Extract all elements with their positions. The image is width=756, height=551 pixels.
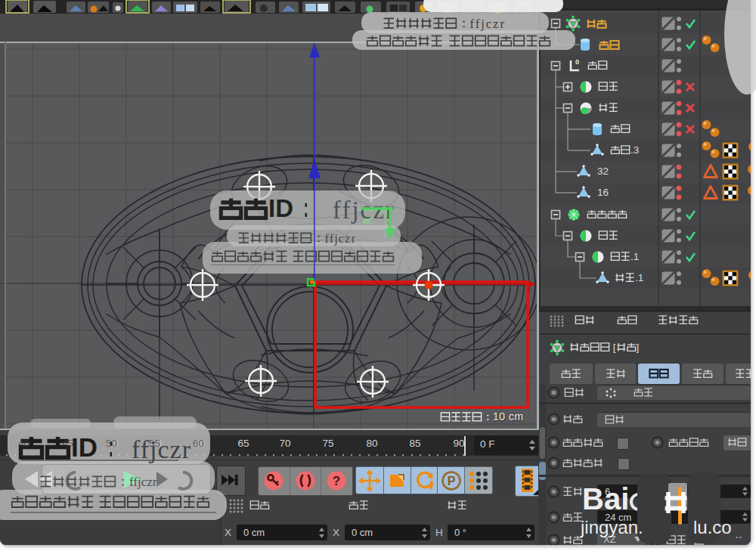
svg-text:?: ? [333,474,340,488]
svg-text:P: P [448,475,456,488]
